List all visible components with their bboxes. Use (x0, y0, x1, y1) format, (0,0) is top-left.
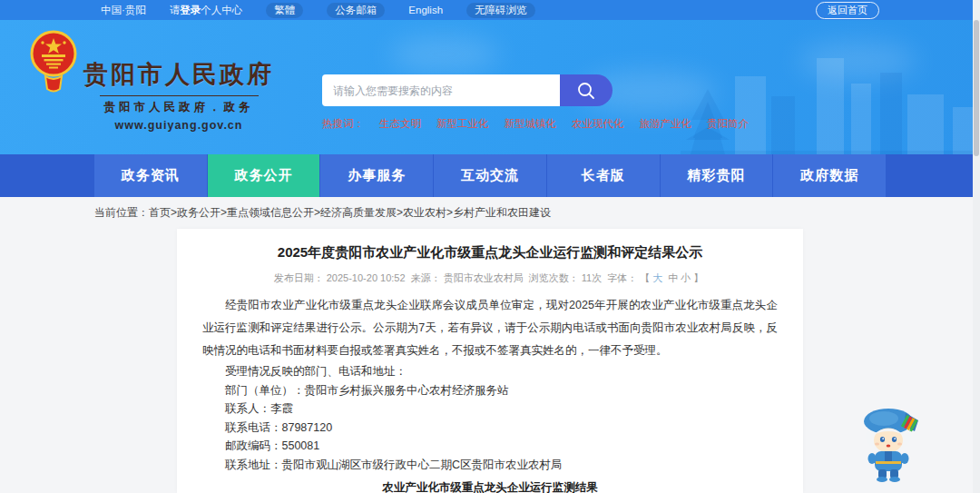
assistant-mascot[interactable] (851, 400, 927, 488)
breadcrumb[interactable]: 首页>政务公开>重点领域信息公开>经济高质量发展>农业农村>乡村产业和农田建设 (149, 206, 551, 219)
breadcrumb-bar: 当前位置：首页>政务公开>重点领域信息公开>经济高质量发展>农业农村>乡村产业和… (0, 197, 980, 229)
views-value: 11次 (582, 272, 602, 283)
login-prefix: 请 (170, 5, 181, 15)
font-size-label: 字体： (607, 272, 637, 283)
nav-item-jingcai-guiyang[interactable]: 精彩贵阳 (661, 154, 773, 197)
cloud-decoration (390, 36, 499, 73)
nav-item-zhengwu-zixun[interactable]: 政务资讯 (94, 154, 207, 197)
search-input[interactable] (322, 74, 560, 106)
bracket: 】 (693, 272, 703, 283)
mascot-icon (851, 400, 927, 484)
table-title: 农业产业化市级重点龙头企业运行监测结果 (202, 480, 778, 493)
site-name: 贵阳市人民政府 (83, 58, 274, 91)
publish-date: 2025-10-20 10:52 (327, 272, 406, 283)
contact-line: 联系地址：贵阳市观山湖区市级行政中心二期C区贵阳市农业农村局 (202, 456, 778, 475)
toplink-login[interactable]: 请登录个人中心 (170, 4, 243, 17)
hot-word[interactable]: 生态文明 (379, 117, 421, 131)
article-meta: 发布日期：2025-10-20 10:52 来源：贵阳市农业农村局 浏览次数：1… (202, 271, 778, 285)
login-suffix: 个人中心 (201, 5, 242, 15)
toplink-mailbox[interactable]: 公务邮箱 (327, 3, 385, 18)
logo-divider (100, 95, 259, 96)
article-card: 2025年度贵阳市农业产业化市级重点龙头企业运行监测和评定结果公示 发布日期：2… (177, 229, 803, 493)
bracket: 【 (640, 272, 650, 283)
source-value: 贵阳市农业农村局 (444, 272, 524, 283)
hot-words-label: 热搜词： (322, 117, 364, 131)
views-label: 浏览次数： (529, 272, 579, 283)
hot-word[interactable]: 农业现代化 (572, 117, 624, 131)
site-logo[interactable]: 贵阳市人民政府 贵阳市人民政府．政务 www.guiyang.gov.cn (27, 27, 274, 132)
breadcrumb-label: 当前位置： (94, 206, 149, 219)
hot-word[interactable]: 旅游产业化 (640, 117, 692, 131)
contact-line: 邮政编码：550081 (202, 437, 778, 456)
return-home-button[interactable]: 返回首页 (816, 2, 879, 19)
publish-date-label: 发布日期： (274, 272, 324, 283)
main-nav: 政务资讯 政务公开 办事服务 互动交流 长者版 精彩贵阳 政府数据 (0, 154, 980, 197)
site-banner: 贵阳市人民政府 贵阳市人民政府．政务 www.guiyang.gov.cn 热搜… (0, 20, 980, 154)
search-button[interactable] (560, 74, 612, 106)
search-icon (576, 81, 596, 101)
scrollbar-thumb[interactable] (974, 20, 979, 156)
source-label: 来源： (411, 272, 441, 283)
toplink-china-guiyang[interactable]: 中国·贵阳 (101, 4, 146, 17)
contact-line: 部门（单位）：贵阳市乡村振兴服务中心农村经济服务站 (202, 381, 778, 400)
contact-line: 联系电话：87987120 (202, 419, 778, 438)
site-url: www.guiyang.gov.cn (115, 119, 243, 132)
font-size-medium-button[interactable]: 中 (668, 272, 678, 283)
font-size-small-button[interactable]: 小 (681, 272, 691, 283)
toplink-traditional[interactable]: 繁體 (266, 3, 303, 18)
contact-line: 受理情况反映的部门、电话和地址： (202, 362, 778, 381)
nav-item-hudong-jiaoliu[interactable]: 互动交流 (434, 154, 546, 197)
nav-item-zhangzhe-ban[interactable]: 长者版 (547, 154, 660, 197)
font-size-large-button[interactable]: 大 (652, 272, 662, 283)
toplink-english[interactable]: English (408, 5, 443, 15)
article-title: 2025年度贵阳市农业产业化市级重点龙头企业运行监测和评定结果公示 (202, 244, 778, 261)
site-subtitle: 贵阳市人民政府．政务 (104, 100, 254, 115)
nav-item-zhengwu-gongkai[interactable]: 政务公开 (208, 154, 320, 197)
nav-item-banshi-fuwu[interactable]: 办事服务 (320, 154, 433, 197)
contact-line: 联系人：李霞 (202, 399, 778, 419)
topbar: 中国·贵阳 请登录个人中心 繁體 公务邮箱 English 无障碍浏览 返回首页 (0, 0, 980, 20)
nav-item-zhengfu-shuju[interactable]: 政府数据 (773, 154, 886, 197)
hot-word[interactable]: 新型工业化 (436, 117, 489, 131)
national-emblem-icon (27, 29, 80, 94)
article-paragraph: 经贵阳市农业产业化市级重点龙头企业联席会议成员单位审定，现对2025年开展的农业… (202, 294, 778, 362)
hot-word[interactable]: 新型城镇化 (505, 117, 557, 131)
hot-word[interactable]: 贵阳简介 (707, 117, 749, 131)
toplink-accessibility[interactable]: 无障碍浏览 (466, 3, 535, 18)
scrollbar[interactable] (973, 0, 980, 493)
search-area: 热搜词： 生态文明 新型工业化 新型城镇化 农业现代化 旅游产业化 贵阳简介 (322, 74, 622, 131)
city-skyline-graphic (681, 49, 980, 154)
login-strong: 登录 (180, 5, 201, 15)
